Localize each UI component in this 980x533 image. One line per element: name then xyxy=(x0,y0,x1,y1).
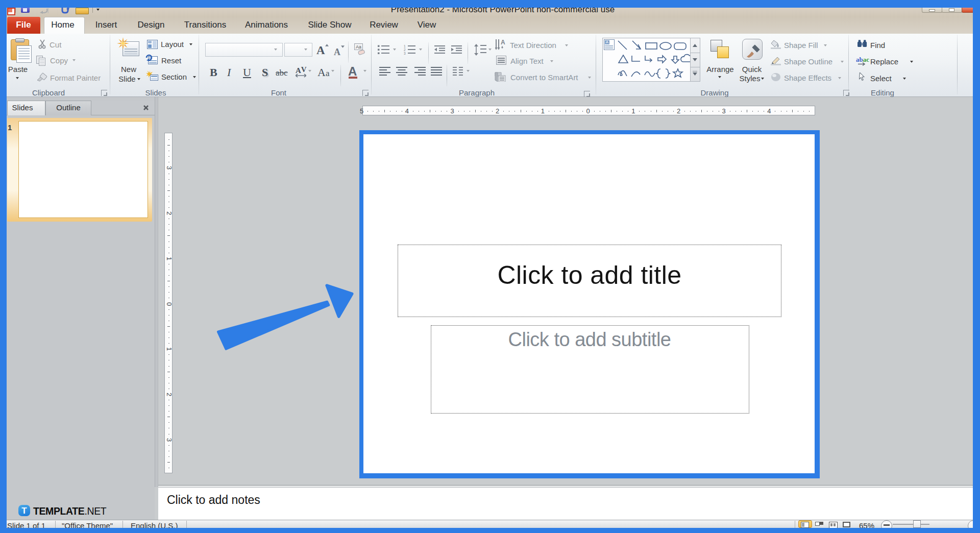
svg-text:A: A xyxy=(501,39,505,46)
svg-text:3: 3 xyxy=(404,52,406,55)
svg-text:2: 2 xyxy=(404,48,406,52)
svg-text:1: 1 xyxy=(404,44,406,48)
